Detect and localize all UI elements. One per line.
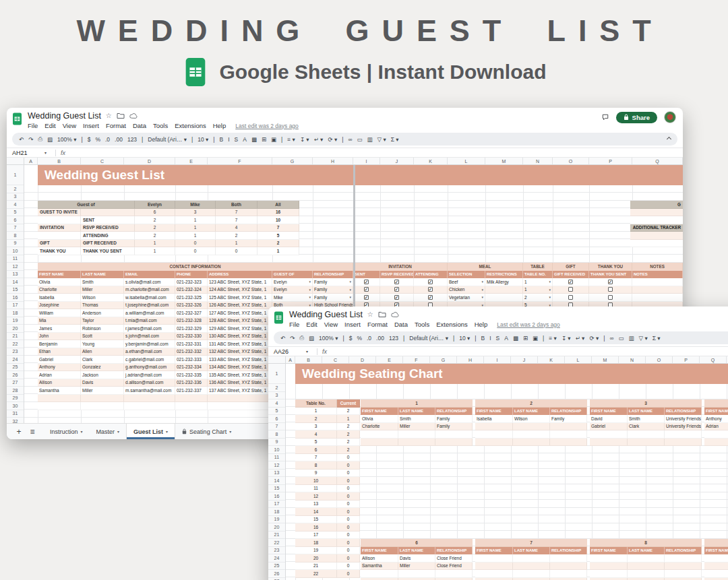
name-box[interactable]: AH21 (12, 150, 44, 156)
checkbox[interactable] (568, 295, 573, 300)
toolbar-item[interactable]: .00 (115, 136, 123, 143)
checkbox[interactable]: ✓ (394, 295, 399, 300)
cell-address[interactable]: 124 ABC Street, XYZ State, 1 (208, 286, 272, 294)
cell-restrictions[interactable]: Milk Allergy (485, 278, 523, 286)
select-all-corner[interactable] (7, 158, 24, 164)
row-header[interactable]: 6 (268, 415, 285, 423)
cell-first-name[interactable] (590, 570, 628, 578)
column-header[interactable]: B (38, 158, 81, 164)
tab-menu-icon[interactable]: ▾ (81, 429, 83, 434)
menu-item[interactable]: File (28, 122, 38, 129)
cell-last-name[interactable] (513, 554, 550, 562)
cell-phone[interactable]: 021-232-326 (175, 302, 208, 310)
cell-last-name[interactable] (513, 423, 550, 431)
cell-relationship[interactable] (550, 430, 587, 439)
row-header[interactable]: 8 (268, 430, 285, 439)
row-header[interactable]: 15 (7, 286, 24, 294)
cell-restrictions[interactable] (485, 294, 523, 302)
cell-first-name[interactable] (590, 430, 628, 439)
row-header[interactable]: 21 (7, 333, 24, 341)
cell-table-no[interactable]: 6 (295, 446, 337, 454)
comment-history-icon[interactable] (601, 114, 609, 121)
cell-address[interactable]: 125 ABC Street, XYZ State, 1 (208, 294, 272, 302)
cell-relationship[interactable] (550, 562, 587, 571)
row-header[interactable]: 10 (7, 247, 24, 255)
cell-last-name[interactable] (628, 554, 665, 562)
cell-first-name[interactable]: Charlotte (361, 423, 398, 431)
cell-last-name[interactable] (513, 430, 550, 439)
cell-relationship[interactable] (550, 554, 587, 562)
table-no-dropdown[interactable]: 1▾ (523, 286, 553, 294)
column-header[interactable]: O (646, 356, 673, 363)
cell-relationship[interactable] (550, 570, 587, 578)
cell-phone[interactable]: 021-232-328 (175, 317, 208, 325)
cell-phone[interactable] (175, 395, 208, 403)
add-sheet-icon[interactable]: + (12, 424, 26, 439)
cell-first-name[interactable]: Benjamin (38, 340, 81, 348)
sent-checkbox-cell[interactable]: ✓ (353, 286, 380, 294)
rsvp-checkbox-cell[interactable]: ✓ (380, 286, 414, 294)
column-header[interactable]: H (313, 158, 353, 164)
menu-item[interactable]: Tools (153, 122, 168, 129)
toolbar-item[interactable]: % (95, 136, 100, 143)
toolbar-item[interactable]: .0 (367, 335, 371, 342)
toolbar-item[interactable]: ▥ (367, 136, 372, 143)
last-edit-link[interactable]: Last edit was 2 days ago (235, 123, 299, 129)
checkbox[interactable]: ✓ (364, 295, 369, 300)
cell-relationship[interactable] (435, 578, 473, 580)
cell-first-name[interactable] (475, 578, 513, 580)
avatar[interactable] (664, 111, 676, 123)
cell-last-name[interactable]: Smith (398, 415, 435, 423)
cell-first-name[interactable] (38, 402, 81, 410)
toolbar-item[interactable]: | (403, 335, 404, 342)
row-header[interactable]: 31 (7, 410, 24, 418)
row-header[interactable]: 27 (268, 578, 285, 580)
menu-item[interactable]: Edit (306, 321, 317, 328)
row-header[interactable]: 17 (7, 302, 24, 310)
cell-phone[interactable]: 021-232-333 (175, 356, 208, 364)
cell-last-name[interactable] (398, 439, 435, 447)
row-header[interactable]: 32 (7, 418, 24, 423)
column-header[interactable]: F (208, 158, 272, 164)
toolbar-item[interactable]: $ (349, 335, 353, 342)
toolbar-collapse-icon[interactable] (667, 137, 671, 141)
menu-item[interactable]: Insert (83, 122, 99, 129)
move-folder-icon[interactable] (378, 311, 386, 318)
cell-address[interactable]: 129 ABC Street, XYZ State, 1 (208, 325, 272, 333)
row-header[interactable]: 5 (7, 209, 24, 217)
name-box-caret-icon[interactable]: ▾ (306, 349, 308, 354)
cell-email[interactable]: a.ethan@mail.com (124, 348, 175, 356)
toolbar-item[interactable]: | (342, 335, 344, 342)
cell-relationship[interactable] (550, 578, 587, 580)
toolbar-item[interactable]: B (219, 136, 223, 143)
cell-current-count[interactable]: 0 (337, 485, 360, 493)
toolbar-item[interactable]: | (543, 335, 544, 342)
menu-item[interactable]: Format (106, 122, 126, 129)
name-box[interactable]: AA26 (274, 348, 306, 355)
thankyou-checkbox-cell[interactable] (589, 294, 632, 302)
rsvp-checkbox-cell[interactable]: ✓ (380, 294, 414, 302)
toolbar-item[interactable]: A (243, 136, 247, 143)
menu-item[interactable]: Extensions (436, 321, 467, 328)
column-header[interactable]: B (295, 356, 322, 363)
cell-last-name[interactable]: Taylor (81, 317, 124, 325)
cell-last-name[interactable] (628, 578, 665, 580)
toolbar-item[interactable]: ⊞ (523, 335, 528, 342)
sheet-tab[interactable]: Instruction ▾ (43, 424, 90, 439)
cell-first-name[interactable]: Samantha (38, 387, 81, 395)
toolbar-item[interactable]: .00 (376, 335, 384, 342)
menu-item[interactable]: Format (367, 321, 388, 328)
cell-first-name[interactable] (361, 439, 398, 447)
cell-current-count[interactable]: 1 (337, 415, 360, 423)
cell-first-name[interactable] (475, 430, 513, 439)
cell-phone[interactable]: 021-232-329 (175, 325, 208, 333)
cell-last-name[interactable]: Thomas (81, 302, 124, 310)
column-header[interactable]: N (523, 158, 553, 164)
thankyou-checkbox-cell[interactable]: ✓ (589, 278, 632, 286)
cell-phone[interactable]: 021-232-327 (175, 309, 208, 317)
toolbar-item[interactable]: Σ ▾ (653, 335, 661, 342)
toolbar-item[interactable]: 10 ▾ (459, 335, 470, 342)
star-icon[interactable]: ☆ (367, 311, 373, 318)
checkbox[interactable] (608, 287, 613, 292)
cell-last-name[interactable]: Clark (81, 356, 124, 364)
